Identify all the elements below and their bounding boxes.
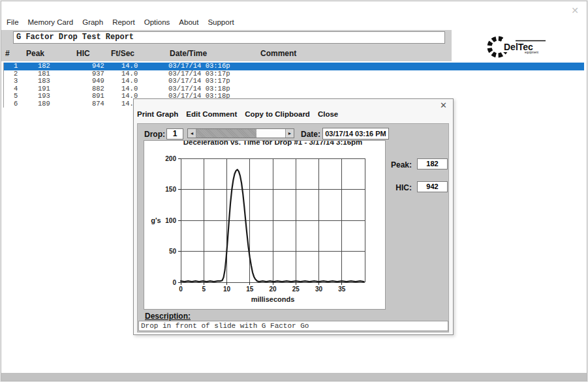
- cell-peak: 182: [27, 63, 77, 70]
- menu-item-print-graph[interactable]: Print Graph: [137, 110, 178, 118]
- deceleration-chart: 05101520253035050100150200millisecondsg'…: [144, 141, 386, 309]
- logo-subtext: equipment: [525, 51, 539, 54]
- svg-text:5: 5: [202, 286, 206, 293]
- dialog-panel: Drop: 1 ◄ ► Date: 03/17/14 03:16 PM 0510…: [137, 123, 449, 332]
- svg-text:10: 10: [223, 286, 231, 293]
- dialog-close-icon[interactable]: ✕: [440, 100, 447, 110]
- deltec-logo: DelTec equipment: [484, 32, 552, 62]
- cell-num: 6: [4, 100, 27, 108]
- column-header-comment[interactable]: Comment: [257, 49, 452, 58]
- date-field[interactable]: 03/17/14 03:16 PM: [322, 128, 389, 140]
- menu-bar: File Memory Card Graph Report Options Ab…: [7, 18, 234, 26]
- status-bar: [1, 373, 587, 381]
- cell-ftsec: 14.0: [112, 63, 166, 70]
- cell-num: 1: [4, 63, 27, 70]
- svg-text:milliseconds: milliseconds: [251, 295, 295, 303]
- svg-text:25: 25: [292, 286, 300, 293]
- cell-hic: 949: [77, 78, 112, 85]
- hic-field[interactable]: 942: [417, 181, 448, 192]
- cell-datetime: 03/17/14 03:18p: [166, 85, 260, 93]
- description-field[interactable]: Drop in front of slide with G Factor Go: [138, 321, 448, 331]
- svg-text:15: 15: [246, 286, 254, 293]
- svg-text:20: 20: [269, 286, 277, 293]
- cell-hic: 942: [77, 63, 112, 70]
- cell-peak: 181: [27, 70, 77, 78]
- table-row[interactable]: 419188214.003/17/14 03:18p: [4, 85, 584, 93]
- cell-datetime: 03/17/14 03:16p: [166, 63, 260, 70]
- app-window: ✕ File Memory Card Graph Report Options …: [1, 1, 587, 381]
- cell-datetime: 03/17/14 03:17p: [166, 78, 260, 85]
- table-row[interactable]: 318394914.003/17/14 03:17p: [4, 78, 584, 85]
- cell-num: 2: [4, 70, 27, 78]
- scrollbar-track[interactable]: [196, 129, 285, 138]
- drop-number-field[interactable]: 1: [166, 128, 183, 140]
- menu-item-memory-card[interactable]: Memory Card: [28, 18, 74, 26]
- cell-peak: 193: [27, 93, 77, 100]
- svg-text:150: 150: [165, 186, 176, 193]
- menu-item-file[interactable]: File: [7, 18, 19, 26]
- cell-hic: 937: [77, 70, 112, 78]
- hic-label: HIC:: [371, 183, 412, 192]
- table-row[interactable]: 118294214.003/17/14 03:16p: [4, 63, 584, 70]
- dialog-menu-bar: Print Graph Edit Comment Copy to Clipboa…: [137, 110, 338, 118]
- menu-item-graph[interactable]: Graph: [82, 18, 103, 26]
- peak-label: Peak:: [371, 160, 412, 169]
- svg-text:50: 50: [169, 248, 177, 255]
- report-title-field[interactable]: G Factor Drop Test Report: [13, 31, 445, 44]
- menu-item-about[interactable]: About: [179, 18, 198, 26]
- cell-peak: 183: [27, 78, 77, 85]
- scroll-right-arrow-icon[interactable]: ►: [285, 129, 294, 138]
- column-header-hic[interactable]: HIC: [74, 49, 110, 58]
- cell-ftsec: 14.0: [112, 70, 166, 78]
- drop-scrollbar[interactable]: ◄ ►: [187, 128, 294, 138]
- svg-text:30: 30: [315, 286, 323, 293]
- drop-label: Drop:: [144, 130, 165, 139]
- svg-text:100: 100: [165, 217, 176, 224]
- menu-item-options[interactable]: Options: [144, 18, 170, 26]
- cell-hic: 882: [77, 85, 112, 93]
- menu-item-edit-comment[interactable]: Edit Comment: [186, 110, 237, 118]
- column-header-ftsec[interactable]: Ft/Sec: [110, 49, 163, 58]
- cell-hic: 874: [77, 100, 112, 108]
- cell-num: 4: [4, 85, 27, 93]
- column-header-datetime[interactable]: Date/Time: [163, 49, 257, 58]
- menu-item-report[interactable]: Report: [112, 18, 135, 26]
- description-label: Description:: [145, 312, 191, 321]
- column-header-peak[interactable]: Peak: [25, 49, 74, 58]
- logo-box: DelTec equipment: [452, 30, 584, 64]
- table-header-row: # Peak HIC Ft/Sec Date/Time Comment: [1, 46, 452, 61]
- cell-comment: [260, 78, 584, 85]
- cell-comment: [260, 63, 584, 70]
- svg-text:200: 200: [165, 155, 176, 162]
- menu-item-close[interactable]: Close: [318, 110, 338, 118]
- window-close-icon[interactable]: ✕: [571, 5, 579, 16]
- scrollbar-thumb[interactable]: [196, 129, 256, 138]
- cell-num: 3: [4, 78, 27, 85]
- cell-peak: 189: [27, 100, 77, 108]
- column-header-num[interactable]: #: [1, 49, 25, 58]
- peak-field[interactable]: 182: [417, 158, 448, 169]
- menu-item-copy-to-clipboard[interactable]: Copy to Clipboard: [245, 110, 310, 118]
- cell-datetime: 03/17/14 03:17p: [166, 70, 260, 78]
- date-label: Date:: [301, 130, 320, 139]
- cell-num: 5: [4, 93, 27, 100]
- cell-hic: 891: [77, 93, 112, 100]
- cell-ftsec: 14.0: [112, 78, 166, 85]
- chart-area: 05101520253035050100150200millisecondsg'…: [144, 140, 386, 310]
- table-row[interactable]: 218193714.003/17/14 03:17p: [4, 70, 584, 78]
- cell-comment: [260, 70, 584, 78]
- cell-peak: 191: [27, 85, 77, 93]
- svg-text:g's: g's: [151, 216, 161, 224]
- svg-text:0: 0: [172, 279, 176, 286]
- cell-ftsec: 14.0: [112, 85, 166, 93]
- scroll-left-arrow-icon[interactable]: ◄: [188, 129, 196, 138]
- cell-comment: [260, 85, 584, 93]
- svg-text:Deceleration vs. Time for Drop: Deceleration vs. Time for Drop #1 - 3/17…: [183, 141, 363, 146]
- graph-dialog: ✕ Print Graph Edit Comment Copy to Clipb…: [133, 98, 454, 335]
- svg-text:35: 35: [338, 286, 346, 293]
- menu-item-support[interactable]: Support: [208, 18, 234, 26]
- svg-text:0: 0: [179, 286, 183, 293]
- report-header-band: G Factor Drop Test Report # Peak HIC Ft/…: [1, 30, 452, 61]
